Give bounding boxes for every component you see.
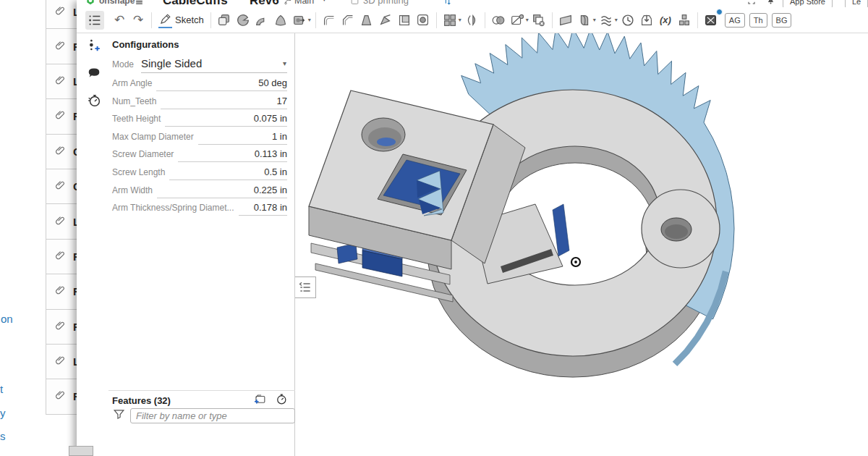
notification-badge bbox=[716, 9, 723, 15]
feature-list-toggle[interactable] bbox=[85, 11, 104, 30]
background-link[interactable]: t bbox=[0, 383, 3, 395]
model-canvas[interactable] bbox=[295, 33, 868, 456]
divider bbox=[697, 12, 698, 28]
replace-face-button[interactable] bbox=[556, 11, 575, 30]
custom-feature-ag-button[interactable]: AG bbox=[725, 13, 745, 28]
add-folder-button[interactable] bbox=[253, 392, 267, 409]
split-button[interactable] bbox=[508, 11, 527, 30]
sweep-button[interactable] bbox=[252, 11, 271, 30]
chevron-down-icon: ▾ bbox=[283, 59, 286, 67]
model-viewport[interactable] bbox=[295, 33, 868, 456]
configurations-title: Configurations bbox=[112, 39, 287, 50]
param-value-input[interactable]: 0.178 in bbox=[239, 202, 288, 216]
screw-hole-depth bbox=[665, 224, 688, 239]
param-value-input[interactable]: 0.225 in bbox=[157, 185, 287, 198]
param-value-input[interactable]: 50 deg bbox=[156, 77, 287, 91]
thicken-button[interactable] bbox=[290, 11, 309, 30]
mode-select[interactable]: Single Sided ▾ bbox=[141, 57, 287, 73]
paperclip-icon bbox=[54, 354, 67, 369]
filter-input[interactable] bbox=[130, 408, 295, 423]
import-button[interactable] bbox=[637, 11, 656, 30]
sketch-button[interactable]: Sketch bbox=[158, 12, 204, 28]
custom-feature-th-button[interactable]: Th bbox=[749, 13, 767, 28]
comments-button[interactable] bbox=[85, 64, 103, 83]
background-link[interactable]: y bbox=[0, 407, 6, 419]
paperclip-icon bbox=[54, 249, 67, 264]
feature-list-collapse-tab[interactable] bbox=[295, 276, 316, 298]
title-bar: onshape CableCuffs Rev6 Main ▾ 3D printi… bbox=[77, 0, 868, 7]
document-tab[interactable]: 3D printing bbox=[363, 0, 409, 6]
draft-button[interactable] bbox=[357, 11, 376, 30]
chamfer-button[interactable] bbox=[339, 11, 357, 30]
delete-part-button[interactable] bbox=[529, 11, 548, 30]
measure-clock-button[interactable] bbox=[618, 11, 637, 30]
sync-arrows-icon[interactable] bbox=[443, 0, 452, 7]
chevron-down-icon[interactable]: ▾ bbox=[615, 17, 618, 23]
revolve-button[interactable] bbox=[234, 11, 252, 30]
rib-button[interactable] bbox=[376, 11, 395, 30]
param-label: Arm Angle bbox=[112, 78, 156, 88]
branch-name[interactable]: Main bbox=[294, 0, 314, 6]
extrude-button[interactable] bbox=[215, 11, 234, 30]
move-face-button[interactable] bbox=[575, 11, 594, 30]
redo-icon: ↷ bbox=[133, 14, 143, 26]
mode-value: Single Sided bbox=[141, 57, 284, 69]
linear-pattern-button[interactable] bbox=[441, 11, 459, 30]
background-link[interactable]: on bbox=[1, 313, 13, 325]
features-title: Features (32) bbox=[112, 395, 253, 406]
shell-button[interactable] bbox=[395, 11, 414, 30]
fullscreen-icon[interactable] bbox=[746, 0, 757, 7]
fillet-button[interactable] bbox=[320, 11, 339, 30]
filter-funnel-icon[interactable] bbox=[112, 408, 126, 424]
hamburger-menu-icon[interactable] bbox=[135, 0, 144, 7]
paperclip-icon bbox=[54, 4, 67, 20]
panel-rail bbox=[82, 36, 106, 110]
divider bbox=[552, 12, 553, 28]
chevron-down-icon[interactable]: ▾ bbox=[459, 17, 461, 23]
chevron-down-icon[interactable]: ▾ bbox=[526, 17, 529, 23]
param-value-input[interactable]: 0.075 in bbox=[165, 113, 287, 127]
mode-label: Mode bbox=[112, 59, 134, 69]
branch-icon bbox=[284, 0, 292, 7]
param-value-input[interactable]: 17 bbox=[161, 96, 287, 109]
paperclip-icon bbox=[54, 179, 67, 194]
loft-button[interactable] bbox=[271, 11, 290, 30]
variable-button[interactable]: (x) bbox=[656, 11, 675, 30]
config-param-row: Screw Diameter0.113 in bbox=[112, 148, 287, 166]
paperclip-icon bbox=[54, 109, 67, 124]
stopwatch-button[interactable] bbox=[85, 91, 103, 110]
app-store-button[interactable]: App Store bbox=[783, 0, 833, 7]
undo-icon: ↶ bbox=[114, 14, 124, 26]
app-name: onshape bbox=[99, 0, 135, 6]
onshape-logo-icon[interactable] bbox=[85, 0, 95, 7]
document-tab-icon bbox=[350, 0, 359, 7]
custom-feature-bg-button[interactable]: BG bbox=[772, 13, 792, 28]
spring-transform-button[interactable] bbox=[597, 11, 616, 30]
rollback-stopwatch-button[interactable] bbox=[274, 392, 288, 409]
chevron-down-icon[interactable]: ▾ bbox=[593, 17, 596, 23]
custom-feature-button[interactable] bbox=[702, 11, 720, 30]
learning-center-button[interactable]: Le bbox=[845, 0, 868, 7]
boolean-button[interactable] bbox=[489, 11, 508, 30]
redo-button[interactable]: ↷ bbox=[129, 11, 148, 30]
param-value-input[interactable]: 0.113 in bbox=[178, 148, 287, 162]
config-param-row: Arm Width0.225 in bbox=[112, 185, 287, 203]
param-value-input[interactable]: 0.5 in bbox=[169, 166, 287, 180]
block-screw-hole-glint bbox=[377, 138, 396, 146]
document-title: CableCuffs bbox=[163, 0, 228, 7]
divider bbox=[210, 12, 211, 28]
chevron-down-icon[interactable]: ▾ bbox=[308, 17, 311, 23]
sketch-label: Sketch bbox=[175, 14, 204, 25]
divider bbox=[315, 12, 316, 28]
chevron-down-icon[interactable]: ▾ bbox=[323, 0, 326, 3]
hole-button[interactable] bbox=[414, 11, 433, 30]
undo-button[interactable]: ↶ bbox=[110, 11, 129, 30]
mirror-button[interactable] bbox=[462, 11, 481, 30]
appearance-button[interactable] bbox=[675, 11, 694, 30]
notifications-bell-icon[interactable] bbox=[765, 0, 776, 7]
background-link[interactable]: s bbox=[0, 430, 6, 442]
param-value-input[interactable]: 1 in bbox=[198, 131, 287, 145]
add-configuration-button[interactable] bbox=[85, 36, 103, 55]
paperclip-icon bbox=[54, 319, 67, 334]
origin-marker[interactable] bbox=[571, 258, 580, 266]
